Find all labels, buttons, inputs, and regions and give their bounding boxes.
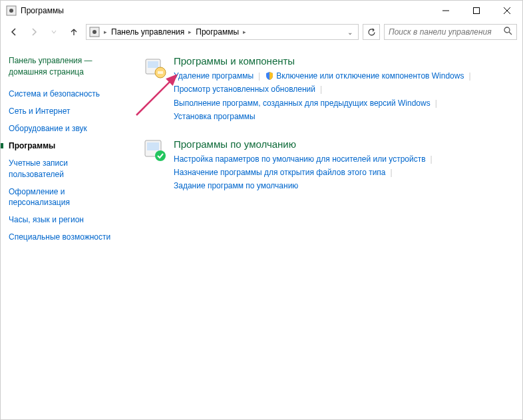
minimize-button[interactable] [431,1,461,21]
sidebar-item-accessibility[interactable]: Специальные возможности [9,232,123,242]
link-run-old-programs[interactable]: Выполнение программ, созданных для преды… [174,97,431,110]
section-title-defaults[interactable]: Программы по умолчанию [174,138,514,150]
link-install-program[interactable]: Установка программы [174,110,256,123]
sidebar-item-network[interactable]: Сеть и Интернет [9,106,123,116]
link-autoplay-settings[interactable]: Настройка параметров по умолчанию для но… [174,152,426,166]
sidebar-item-accounts[interactable]: Учетные записи пользователей [9,158,123,179]
programs-features-icon [143,55,167,79]
link-separator: | [431,152,433,166]
default-programs-icon [143,138,167,162]
app-icon [6,5,17,16]
window-title: Программы [21,6,64,15]
back-button[interactable] [6,24,22,40]
breadcrumb-current[interactable]: Программы [196,27,239,37]
chevron-right-icon: ▸ [187,29,193,35]
section-title-programs[interactable]: Программы и компоненты [174,55,514,67]
shield-icon [265,71,274,81]
sidebar-header[interactable]: Панель управления — домашняя страница [9,55,123,78]
link-separator: | [435,97,437,110]
sidebar-item-hardware[interactable]: Оборудование и звук [9,123,123,134]
link-separator: | [320,83,322,96]
link-set-defaults[interactable]: Задание программ по умолчанию [174,179,298,192]
svg-rect-15 [147,142,159,150]
svg-point-7 [92,30,96,34]
search-input[interactable] [389,27,504,37]
content-area: Панель управления — домашняя страница Си… [1,43,522,249]
link-view-updates[interactable]: Просмотр установленных обновлений [174,83,315,96]
svg-line-9 [509,32,512,35]
breadcrumb-root[interactable]: Панель управления [111,27,184,37]
svg-point-1 [9,9,13,13]
refresh-button[interactable] [363,24,380,40]
sidebar-item-clock[interactable]: Часы, язык и регион [9,214,123,225]
sidebar-item-appearance[interactable]: Оформление и персонализация [9,186,123,208]
sidebar-item-system[interactable]: Система и безопасность [9,89,123,99]
titlebar: Программы [1,1,522,21]
link-file-associations[interactable]: Назначение программы для открытия файлов… [174,166,386,179]
close-button[interactable] [492,1,522,21]
svg-rect-3 [474,8,480,14]
svg-rect-13 [158,71,163,74]
forward-button[interactable] [26,24,42,40]
svg-point-16 [155,150,166,161]
sidebar-item-programs[interactable]: Программы [9,140,123,151]
link-separator: | [391,166,393,179]
control-panel-icon [89,27,100,37]
link-windows-features[interactable]: Включение или отключение компонентов Win… [276,69,464,83]
address-dropdown[interactable]: ⌄ [345,29,355,36]
up-button[interactable] [66,24,82,40]
search-box[interactable] [384,24,517,40]
main-panel: Программы и компоненты Удаление программ… [128,55,514,249]
chevron-right-icon: ▸ [242,29,248,35]
svg-rect-11 [148,61,158,68]
address-bar[interactable]: ▸ Панель управления ▸ Программы ▸ ⌄ [86,24,359,40]
nav-toolbar: ▸ Панель управления ▸ Программы ▸ ⌄ [1,21,522,43]
link-separator: | [468,69,470,83]
link-separator: | [258,69,260,83]
recent-dropdown[interactable] [46,24,62,40]
chevron-right-icon: ▸ [102,29,108,35]
svg-point-8 [504,27,510,33]
section-default-programs: Программы по умолчанию Настройка парамет… [143,138,514,193]
search-icon[interactable] [504,27,512,37]
sidebar: Панель управления — домашняя страница Си… [9,55,128,249]
link-uninstall-program[interactable]: Удаление программы [174,69,254,83]
section-programs-features: Программы и компоненты Удаление программ… [143,55,514,124]
maximize-button[interactable] [461,1,492,21]
